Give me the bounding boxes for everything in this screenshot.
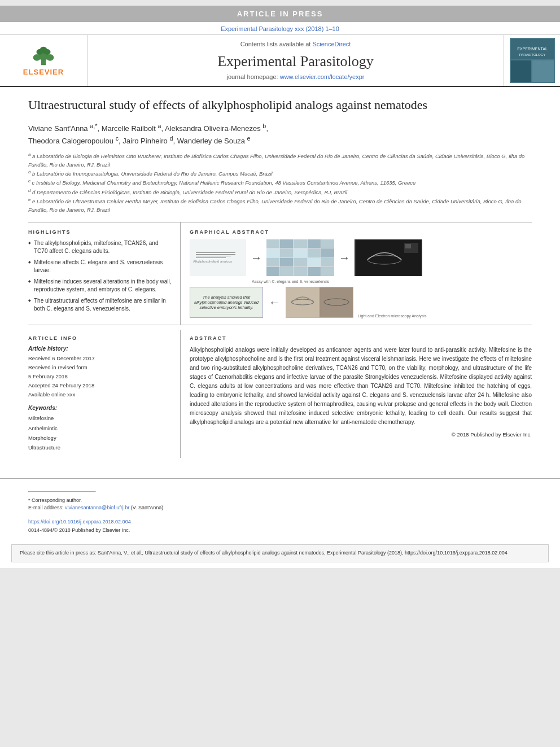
- plate-cell: [294, 248, 307, 257]
- keywords-label: Keywords:: [28, 405, 172, 411]
- highlights-list: The alkylphospholipids, miltefosine, TCA…: [28, 239, 172, 313]
- affiliations: a a Laboratório de Biologia de Helmintos…: [28, 151, 532, 214]
- page: ARTICLE IN PRESS Experimental Parasitolo…: [0, 6, 560, 568]
- citation-text: Please cite this article in press as: Sa…: [20, 549, 540, 557]
- available-online: Available online xxx: [28, 390, 172, 399]
- ga-bottom-row: The analysis showed that alkylphospholip…: [190, 287, 532, 318]
- elsevier-logo-area: ELSEVIER: [0, 35, 88, 86]
- doi-link[interactable]: https://doi.org/10.1016/j.exppara.2018.0…: [28, 519, 131, 525]
- ga-plate-box: [266, 239, 334, 276]
- microscopy-image-icon: [356, 240, 421, 276]
- doi-line: https://doi.org/10.1016/j.exppara.2018.0…: [28, 516, 532, 526]
- plate-cell: [308, 239, 321, 248]
- plate-cell: [280, 267, 293, 276]
- graphical-abstract-label: GRAPHICAL ABSTRACT: [190, 229, 532, 235]
- svg-point-2: [33, 54, 41, 61]
- highlight-item-2: Miltefosine affects C. elegans and S. ve…: [28, 259, 172, 274]
- revised-date: Received in revised form: [28, 363, 172, 372]
- issn-line: 0014-4894/© 2018 Published by Elsevier I…: [28, 527, 532, 535]
- citation-box: Please cite this article in press as: Sa…: [11, 544, 549, 562]
- affiliation-b: b b Laboratório de Imunoparasitologia, U…: [28, 169, 532, 178]
- highlight-item-4: The ultrastructural effects of miltefosi…: [28, 297, 172, 313]
- plate-cell: [266, 258, 279, 267]
- graphical-abstract-column: GRAPHICAL ABSTRACT Alkylphospholipid ana…: [181, 222, 532, 325]
- homepage-url[interactable]: www.elsevier.com/locate/yexpr: [280, 73, 365, 80]
- ga-microscopy-box-2: [286, 287, 353, 318]
- plate-cell: [280, 258, 293, 267]
- affiliation-e: e e Laboratório de Ultraestrutura Celula…: [28, 196, 532, 214]
- affiliation-c: c c Institute of Biology, Medicinal Chem…: [28, 178, 532, 187]
- main-content: Ultraestructural study of effects of alk…: [0, 87, 560, 473]
- accepted-date: Accepted 24 February 2018: [28, 381, 172, 390]
- plate-cell: [294, 258, 307, 267]
- abstract-column: ABSTRACT Alkylphospholipid analogs were …: [181, 330, 532, 458]
- plate-cell: [266, 248, 279, 257]
- revised-date-val: 5 February 2018: [28, 372, 172, 381]
- journal-center-info: Contents lists available at ScienceDirec…: [88, 35, 504, 86]
- author-viviane: Viviane Sant'Anna: [28, 124, 90, 133]
- svg-rect-9: [511, 60, 531, 82]
- affiliation-a: a a Laboratório de Biologia de Helmintos…: [28, 151, 532, 169]
- cover-thumbnail-icon: EXPERIMENTAL PARASITOLOGY: [510, 38, 555, 83]
- elsevier-logo: ELSEVIER: [12, 43, 75, 77]
- article-info-abstract-section: ARTICLE INFO Article history: Received 6…: [28, 330, 532, 458]
- banner-text: ARTICLE IN PRESS: [237, 10, 323, 18]
- plate-cell: [308, 258, 321, 267]
- article-title: Ultraestructural study of effects of alk…: [28, 97, 532, 113]
- article-in-press-banner: ARTICLE IN PRESS: [0, 6, 560, 22]
- footnote-divider: [28, 491, 96, 492]
- journal-homepage: journal homepage: www.elsevier.com/locat…: [227, 73, 365, 80]
- plate-grid: [266, 239, 334, 276]
- journal-cover-area: EXPERIMENTAL PARASITOLOGY: [504, 35, 560, 86]
- plate-cell: [321, 258, 334, 267]
- footnote-area: * Corresponding author. E-mail address: …: [0, 478, 560, 539]
- corresponding-author-note: * Corresponding author.: [28, 497, 532, 505]
- sciencedirect-link[interactable]: ScienceDirect: [312, 41, 351, 47]
- highlights-column: HIGHLIGHTS The alkylphospholipids, milte…: [28, 222, 181, 325]
- highlight-item-1: The alkylphospholipids, miltefosine, TCA…: [28, 239, 172, 255]
- highlights-graphical-section: HIGHLIGHTS The alkylphospholipids, milte…: [28, 222, 532, 325]
- ga-arrow-right-1: →: [250, 251, 263, 264]
- ga-analysis-box: The analysis showed that alkylphospholip…: [190, 287, 263, 318]
- plate-cell: [294, 267, 307, 276]
- svg-text:PARASITOLOGY: PARASITOLOGY: [519, 53, 545, 56]
- author-aleksandra: Aleksandra Oliveira-Menezes: [165, 124, 262, 133]
- ga-molecules-box: Alkylphospholipid analogs: [190, 239, 246, 276]
- affiliation-d: d d Departamento de Ciências Fisiológica…: [28, 187, 532, 196]
- plate-cell: [321, 248, 334, 257]
- abstract-label: ABSTRACT: [190, 335, 532, 341]
- journal-title: Experimental Parasitology: [217, 53, 374, 70]
- plate-cell: [294, 239, 307, 248]
- keyword-1: Miltefosine: [28, 413, 172, 423]
- microscopy-image-2-icon: [286, 287, 353, 317]
- svg-rect-10: [532, 60, 554, 82]
- author-jairo: Jairo Pinheiro: [123, 137, 169, 146]
- article-info-label: ARTICLE INFO: [28, 335, 172, 341]
- mol-line-3: [196, 256, 231, 256]
- ga-analysis-label: Light and Electron microscopy Analysis: [358, 314, 426, 318]
- plate-cell: [266, 239, 279, 248]
- keyword-3: Morphology: [28, 433, 172, 443]
- svg-point-3: [46, 54, 54, 61]
- ga-assay-label: Assay with C. elegans and S. venezuelens…: [252, 279, 329, 283]
- plate-cell: [321, 267, 334, 276]
- highlight-item-3: Miltefosine induces several alterations …: [28, 278, 172, 294]
- author-wanderley: Wanderley de Souza: [177, 137, 247, 146]
- ga-analysis-text: The analysis showed that alkylphospholip…: [193, 295, 260, 310]
- abstract-copyright: © 2018 Published by Elsevier Inc.: [190, 431, 532, 438]
- mol-line-2: [196, 254, 235, 255]
- plate-cell: [280, 239, 293, 248]
- plate-cell: [308, 267, 321, 276]
- email-note: E-mail address: vivianesantanna@biof.ufr…: [28, 504, 532, 512]
- ga-molecules-label: Alkylphospholipid analogs: [193, 260, 232, 263]
- journal-cover-image: EXPERIMENTAL PARASITOLOGY: [510, 38, 555, 83]
- graphical-abstract-area: Alkylphospholipid analogs →: [190, 239, 532, 318]
- elsevier-tree-icon: [29, 45, 58, 67]
- received-date: Received 6 December 2017: [28, 354, 172, 363]
- authors-line: Viviane Sant'Anna a,*, Marcelle Railbolt…: [28, 121, 532, 147]
- email-link[interactable]: vivianesantanna@biof.ufrj.br: [65, 505, 129, 510]
- plate-cell: [266, 267, 279, 276]
- keywords-list: Miltefosine Anthelmintic Morphology Ultr…: [28, 413, 172, 452]
- plate-cell: [280, 248, 293, 257]
- mol-line-4: [196, 257, 226, 258]
